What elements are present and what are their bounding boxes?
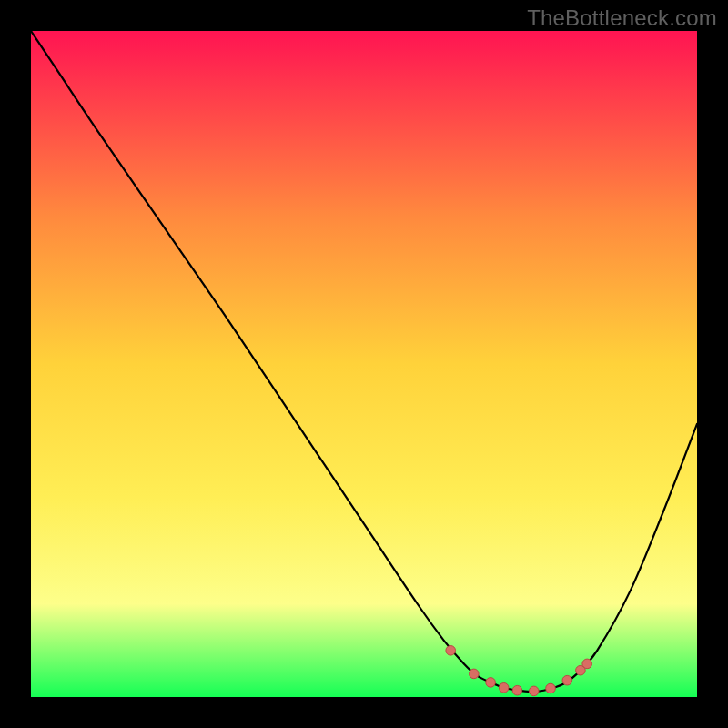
gradient-bg <box>31 31 697 697</box>
curve-marker <box>486 678 496 688</box>
curve-marker <box>582 659 592 669</box>
curve-marker <box>512 685 522 695</box>
curve-marker <box>546 683 556 693</box>
curve-marker <box>562 675 572 685</box>
plot-area <box>31 31 697 697</box>
watermark-text: TheBottleneck.com <box>527 5 717 31</box>
chart-frame: TheBottleneck.com <box>0 0 728 728</box>
curve-marker <box>529 686 539 696</box>
curve-marker <box>499 683 509 693</box>
curve-marker <box>446 646 456 656</box>
curve-marker <box>470 669 480 679</box>
chart-svg <box>31 31 697 697</box>
